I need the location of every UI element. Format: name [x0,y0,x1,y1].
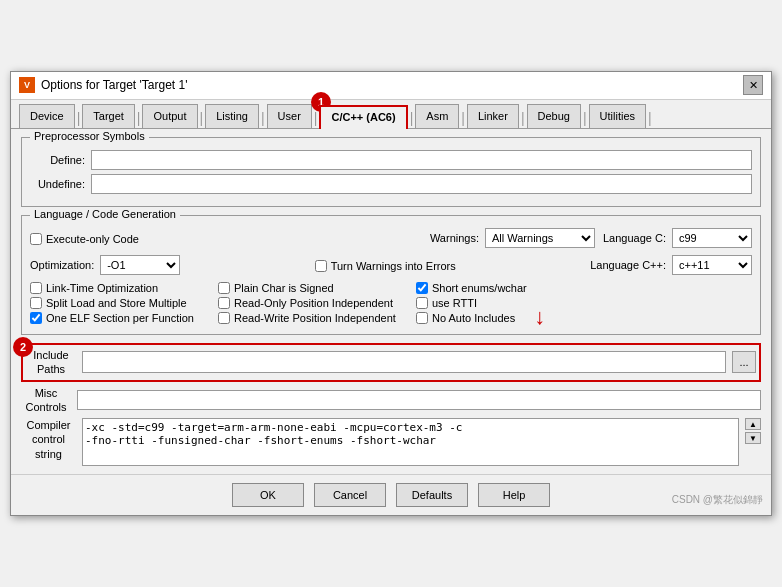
badge-2: 2 [13,337,33,357]
language-cpp-select[interactable]: c++11 [672,255,752,275]
define-label: Define: [30,154,85,166]
app-icon: V [19,77,35,93]
plain-char-check[interactable] [218,282,230,294]
lang-cpp-row: Language C++: c++11 [590,255,752,275]
compiler-control-textarea[interactable]: -xc -std=c99 -target=arm-arm-none-eabi -… [82,418,739,466]
read-write-row: Read-Write Position Independent [218,312,408,324]
warnings-row: Warnings: All Warnings [430,228,595,248]
sep6: | [410,110,414,128]
undefine-row: Undefine: [30,174,752,194]
warnings-select[interactable]: All Warnings [485,228,595,248]
turn-warnings-label: Turn Warnings into Errors [331,260,456,272]
sep4: | [261,110,265,128]
help-button[interactable]: Help [478,483,550,507]
link-time-row: Link-Time Optimization [30,282,210,294]
compiler-control-box: Compilercontrolstring -xc -std=c99 -targ… [21,418,761,466]
optimization-label: Optimization: [30,259,94,271]
sep1: | [77,110,81,128]
sep5: | [314,110,318,128]
include-paths-label: IncludePaths [26,348,76,377]
short-enums-label: Short enums/wchar [432,282,527,294]
language-group: Language / Code Generation Execute-only … [21,215,761,335]
ok-button[interactable]: OK [232,483,304,507]
execute-only-label: Execute-only Code [46,233,139,245]
undefine-label: Undefine: [30,178,85,190]
plain-char-label: Plain Char is Signed [234,282,334,294]
sep7: | [461,110,465,128]
tab-output[interactable]: Output [142,104,197,128]
sep2: | [137,110,141,128]
execute-only-row: Execute-only Code [30,233,139,245]
optimization-row: Optimization: -O1 [30,255,180,275]
split-load-check[interactable] [30,297,42,309]
turn-warnings-row: Turn Warnings into Errors [315,260,456,272]
link-time-label: Link-Time Optimization [46,282,158,294]
include-paths-row: 2 IncludePaths ... [21,343,761,382]
no-auto-row: No Auto Includes ↓ [416,312,515,324]
optimization-select[interactable]: -O1 [100,255,180,275]
lang-c-row: Language C: c99 [603,228,752,248]
use-rtti-check[interactable] [416,297,428,309]
define-row: Define: [30,150,752,170]
read-write-check[interactable] [218,312,230,324]
scroll-up-btn[interactable]: ▲ [745,418,761,430]
undefine-input[interactable] [91,174,752,194]
scroll-down-btn[interactable]: ▼ [745,432,761,444]
close-button[interactable]: ✕ [743,75,763,95]
tab-utilities[interactable]: Utilities [589,104,646,128]
plain-char-row: Plain Char is Signed [218,282,408,294]
language-c-label: Language C: [603,232,666,244]
define-input[interactable] [91,150,752,170]
preprocessor-label: Preprocessor Symbols [30,130,149,142]
misc-controls-label: MiscControls [21,386,71,415]
short-enums-check[interactable] [416,282,428,294]
sep9: | [583,110,587,128]
read-only-check[interactable] [218,297,230,309]
tab-user[interactable]: User [267,104,312,128]
bottom-bar: OK Cancel Defaults Help CSDN @繁花似錦靜 [11,474,771,515]
language-cpp-label: Language C++: [590,259,666,271]
title-bar-left: V Options for Target 'Target 1' [19,77,187,93]
use-rtti-label: use RTTI [432,297,477,309]
one-elf-label: One ELF Section per Function [46,312,194,324]
execute-only-check[interactable] [30,233,42,245]
tab-debug[interactable]: Debug [527,104,581,128]
one-elf-row: One ELF Section per Function [30,312,210,324]
sep10: | [648,110,652,128]
no-auto-check[interactable] [416,312,428,324]
tab-target[interactable]: Target [82,104,135,128]
sep3: | [200,110,204,128]
tab-linker[interactable]: Linker [467,104,519,128]
defaults-button[interactable]: Defaults [396,483,468,507]
preprocessor-group: Preprocessor Symbols Define: Undefine: [21,137,761,207]
read-only-label: Read-Only Position Independent [234,297,393,309]
language-c-select[interactable]: c99 [672,228,752,248]
use-rtti-row: use RTTI [416,297,477,309]
tab-device[interactable]: Device [19,104,75,128]
read-only-row: Read-Only Position Independent [218,297,408,309]
one-elf-check[interactable] [30,312,42,324]
watermark: CSDN @繁花似錦靜 [672,493,763,507]
dialog: V Options for Target 'Target 1' ✕ 1 Devi… [10,71,772,516]
sep8: | [521,110,525,128]
misc-controls-input[interactable] [77,390,761,410]
browse-button[interactable]: ... [732,351,756,373]
split-load-label: Split Load and Store Multiple [46,297,187,309]
short-enums-row: Short enums/wchar [416,282,527,294]
split-load-row: Split Load and Store Multiple [30,297,210,309]
misc-controls-row: MiscControls [21,386,761,415]
no-auto-label: No Auto Includes [432,312,515,324]
tab-asm[interactable]: Asm [415,104,459,128]
dialog-title: Options for Target 'Target 1' [41,78,187,92]
language-label: Language / Code Generation [30,208,180,220]
link-time-check[interactable] [30,282,42,294]
content-area: Preprocessor Symbols Define: Undefine: L… [11,129,771,474]
tab-cc[interactable]: C/C++ (AC6) [319,105,407,129]
compiler-control-label: Compilercontrolstring [21,418,76,461]
include-paths-input[interactable] [82,351,726,373]
tab-listing[interactable]: Listing [205,104,259,128]
title-bar: V Options for Target 'Target 1' ✕ [11,72,771,100]
cancel-button[interactable]: Cancel [314,483,386,507]
turn-warnings-check[interactable] [315,260,327,272]
tabs-row: 1 Device | Target | Output | Listing | U… [11,100,771,129]
